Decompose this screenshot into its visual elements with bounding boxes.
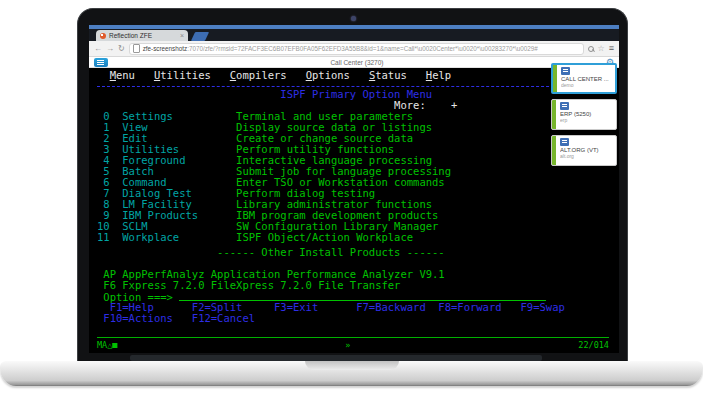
tab-title: Reflection ZFE	[109, 32, 177, 39]
search-icon[interactable]	[588, 46, 594, 52]
tab-close-icon[interactable]: ×	[180, 32, 184, 39]
operator-info-area: MA△■ » 22/014	[97, 337, 609, 350]
menu-item-help[interactable]: Help	[426, 70, 451, 81]
reload-icon[interactable]: ↻	[118, 45, 125, 53]
session-list-button[interactable]	[94, 58, 108, 67]
section-divider: ------ Other Install Products ------	[97, 247, 619, 258]
webcam-icon	[351, 16, 356, 21]
connected-stripe	[552, 136, 556, 165]
session-panel: CALL CENTER ... demo ERP (5250) erp ALT.…	[551, 63, 617, 166]
session-host: demo	[561, 82, 612, 88]
menu-item-status[interactable]: Status	[369, 70, 407, 81]
new-tab-button[interactable]	[191, 32, 209, 41]
session-card-call-center[interactable]: CALL CENTER ... demo	[551, 63, 617, 94]
product-line: F6 Fxpress 7.2.0 FileXpress 7.2.0 File T…	[97, 280, 619, 291]
connected-stripe	[553, 65, 557, 92]
menu-item-options[interactable]: Options	[306, 70, 350, 81]
more-plus: +	[451, 99, 457, 111]
session-card-alt-org[interactable]: ALT.ORG (VT) alt.org	[551, 135, 617, 166]
page-icon	[133, 44, 140, 53]
terminal-3270-icon	[561, 67, 570, 75]
screen-title: ISPF Primary Option Menu	[97, 89, 619, 100]
laptop-bezel: Reflection ZFE × ← → ↻ zfe-screenshotz:7…	[77, 8, 628, 362]
bookmark-star-icon[interactable]: ☆	[598, 45, 605, 53]
session-host: alt.org	[560, 153, 613, 159]
browser-window: Reflection ZFE × ← → ↻ zfe-screenshotz:7…	[89, 25, 619, 353]
command-input-field[interactable]	[179, 291, 546, 301]
session-host: erp	[560, 117, 613, 123]
oia-status-center: »	[117, 340, 578, 350]
session-title: Call Center (3270)	[108, 59, 606, 66]
session-card-erp[interactable]: ERP (5250) erp	[551, 99, 617, 130]
address-bar[interactable]: zfe-screenshotz:7070/zfe/?rmsid=72FACF3E…	[129, 43, 584, 55]
tab-favicon-icon	[100, 33, 106, 39]
browser-urlbar: ← → ↻ zfe-screenshotz:7070/zfe/?rmsid=72…	[89, 41, 619, 57]
browser-menu-icon[interactable]: ≡	[609, 44, 614, 53]
oia-status-left: MA△■	[97, 340, 117, 350]
url-text: zfe-screenshotz:7070/zfe/?rmsid=72FACF3E…	[143, 45, 538, 52]
back-icon[interactable]: ←	[94, 45, 102, 53]
terminal-action-bar: Menu Utilities Compilers Options Status …	[97, 70, 619, 83]
function-keys-row2: F10=Actions F12=Cancel	[97, 313, 619, 324]
menu-item-utilities[interactable]: Utilities	[154, 70, 211, 81]
oia-cursor-position: 22/014	[578, 340, 609, 350]
terminal-screen[interactable]: Menu Utilities Compilers Options Status …	[89, 68, 619, 353]
browser-tab[interactable]: Reflection ZFE ×	[96, 30, 188, 41]
zfe-app-toolbar: Call Center (3270) ⚙	[89, 57, 619, 68]
terminal-5250-icon	[560, 102, 569, 110]
browser-tabstrip: Reflection ZFE ×	[89, 29, 619, 41]
terminal-vt-icon	[560, 138, 569, 146]
connected-stripe	[552, 100, 556, 129]
dashed-separator	[97, 86, 584, 87]
url-rest: :7070/zfe/?rmsid=72FACF3EC6B07EFB0FA05F6…	[187, 45, 538, 52]
laptop-mockup: Reflection ZFE × ← → ↻ zfe-screenshotz:7…	[0, 0, 703, 400]
menu-item-menu[interactable]: Menu	[110, 70, 135, 81]
forward-icon[interactable]: →	[106, 45, 114, 53]
menu-item-compilers[interactable]: Compilers	[230, 70, 287, 81]
oia-separator	[97, 337, 609, 338]
laptop-base	[0, 361, 703, 386]
menu-option-row[interactable]: 11WorkplaceISPF Object/Action Workplace	[97, 232, 619, 243]
url-host: zfe-screenshotz	[143, 45, 187, 52]
laptop-lid-notch	[305, 361, 399, 370]
